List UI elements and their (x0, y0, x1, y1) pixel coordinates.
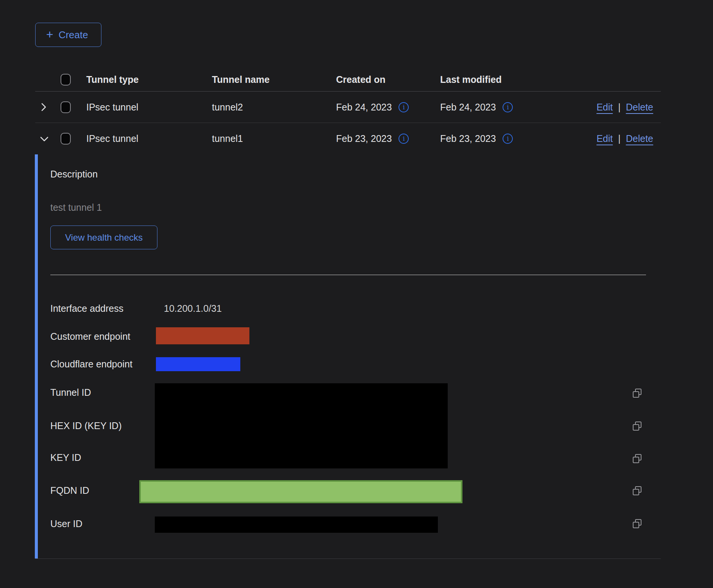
info-icon[interactable]: i (503, 102, 513, 112)
tunnel-id-label: Tunnel ID (50, 387, 91, 398)
user-id-label: User ID (50, 518, 83, 529)
plus-icon: + (46, 28, 53, 40)
table-header-row: Tunnel type Tunnel name Created on Last … (35, 68, 661, 92)
delete-link[interactable]: Delete (626, 102, 653, 113)
interface-address-label: Interface address (50, 303, 123, 314)
customer-endpoint-redaction (156, 327, 249, 344)
tunnel-name-cell: tunnel1 (212, 133, 336, 144)
user-id-redaction (155, 516, 438, 533)
copy-hex-id-icon[interactable] (631, 420, 643, 432)
tunnel-type-cell: IPsec tunnel (86, 102, 212, 113)
last-modified-cell: Feb 23, 2023 (440, 133, 496, 144)
key-id-label: KEY ID (50, 452, 81, 463)
delete-link[interactable]: Delete (626, 133, 653, 144)
tunnels-page: + Create Tunnel type Tunnel name Created… (0, 0, 713, 588)
copy-key-id-icon[interactable] (631, 453, 643, 465)
customer-endpoint-label: Customer endpoint (50, 331, 130, 342)
header-last-modified: Last modified (440, 74, 581, 85)
chevron-right-icon[interactable] (39, 102, 48, 112)
table-row: IPsec tunnel tunnel2 Feb 24, 2023 i Feb … (35, 92, 661, 123)
table-row: IPsec tunnel tunnel1 Feb 23, 2023 i Feb … (35, 123, 661, 154)
header-tunnel-type: Tunnel type (86, 74, 212, 85)
copy-tunnel-id-icon[interactable] (631, 387, 643, 400)
created-on-cell: Feb 23, 2023 (336, 133, 392, 144)
description-label: Description (50, 169, 98, 180)
view-health-checks-button[interactable]: View health checks (50, 226, 157, 249)
tunnel-name-cell: tunnel2 (212, 102, 336, 113)
header-tunnel-name: Tunnel name (212, 74, 336, 85)
chevron-down-icon[interactable] (39, 134, 50, 143)
copy-user-id-icon[interactable] (631, 518, 643, 530)
interface-address-value: 10.200.1.0/31 (164, 303, 222, 314)
panel-accent-bar (35, 154, 38, 558)
copy-fqdn-id-icon[interactable] (631, 485, 643, 497)
edit-link[interactable]: Edit (596, 133, 613, 144)
header-created-on: Created on (336, 74, 440, 85)
create-button-label: Create (59, 29, 88, 41)
cloudflare-endpoint-redaction (156, 357, 240, 371)
last-modified-cell: Feb 24, 2023 (440, 102, 496, 113)
section-divider (50, 275, 646, 275)
hex-id-label: HEX ID (KEY ID) (50, 420, 121, 431)
cloudflare-endpoint-label: Cloudflare endpoint (50, 359, 132, 370)
fqdn-id-label: FQDN ID (50, 485, 89, 496)
edit-link[interactable]: Edit (596, 102, 613, 113)
tunnel-type-cell: IPsec tunnel (86, 133, 212, 144)
create-button[interactable]: + Create (35, 23, 101, 47)
created-on-cell: Feb 24, 2023 (336, 102, 392, 113)
description-value: test tunnel 1 (50, 202, 102, 213)
action-separator: | (618, 102, 621, 113)
row-checkbox[interactable] (61, 133, 71, 145)
info-icon[interactable]: i (399, 102, 409, 112)
ids-redaction (155, 383, 448, 468)
fqdn-id-redaction (139, 480, 462, 503)
info-icon[interactable]: i (503, 134, 513, 144)
action-separator: | (618, 133, 621, 144)
tunnels-table: Tunnel type Tunnel name Created on Last … (35, 68, 661, 154)
select-all-checkbox[interactable] (61, 74, 71, 86)
info-icon[interactable]: i (399, 134, 409, 144)
row-checkbox[interactable] (61, 101, 71, 113)
tunnel-detail-panel: Description test tunnel 1 View health ch… (35, 154, 661, 559)
